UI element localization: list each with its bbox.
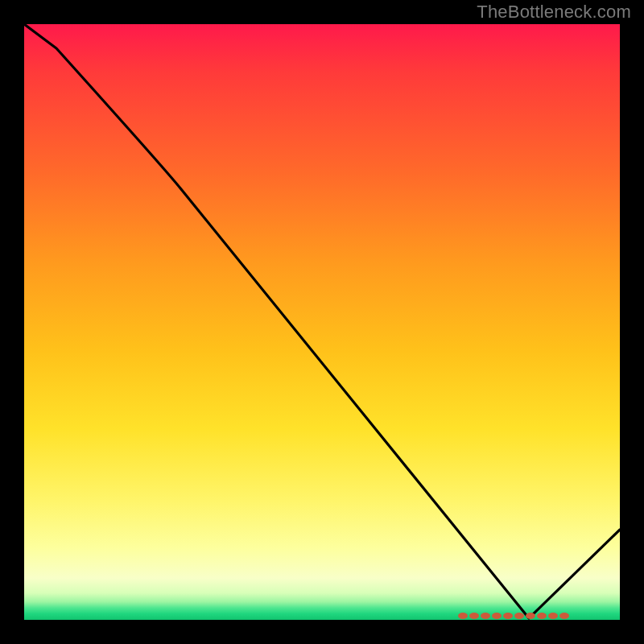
svg-point-4 [503, 613, 513, 619]
svg-point-8 [548, 613, 558, 619]
svg-point-3 [492, 613, 502, 619]
watermark-text: TheBottleneck.com [477, 2, 631, 23]
svg-point-6 [526, 613, 535, 619]
svg-point-9 [559, 613, 569, 619]
plot-area [24, 24, 620, 620]
svg-point-7 [537, 613, 547, 619]
svg-point-1 [469, 613, 479, 619]
svg-point-0 [458, 613, 468, 619]
svg-point-2 [481, 613, 490, 619]
plot-svg [24, 24, 620, 620]
chart-frame: TheBottleneck.com [0, 0, 644, 644]
svg-point-5 [514, 613, 524, 619]
marker-dots [458, 613, 569, 619]
curve-line [24, 24, 620, 618]
